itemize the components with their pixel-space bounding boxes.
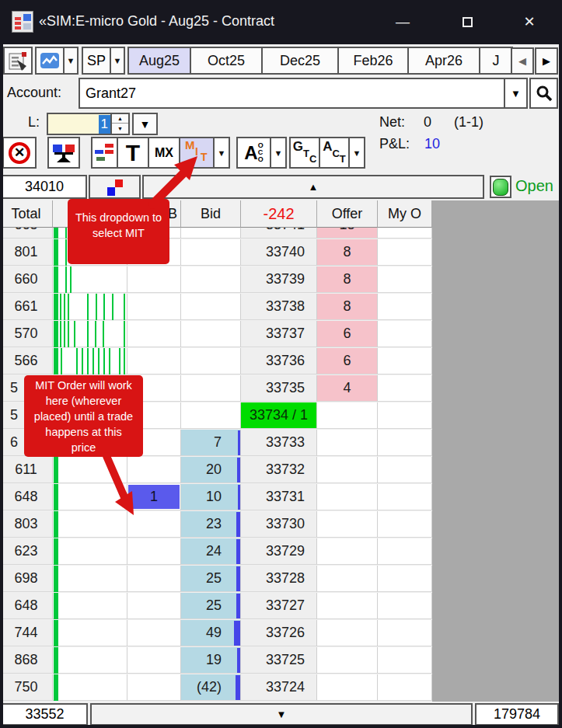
oco-order-button[interactable]: A OCO	[236, 137, 271, 169]
my-bid-cell[interactable]	[127, 566, 181, 592]
bid-quantity-cell[interactable]: 23	[181, 511, 241, 538]
market-grid-button[interactable]	[47, 137, 80, 169]
spread-button[interactable]: SP	[82, 47, 111, 75]
offer-quantity-cell[interactable]	[317, 620, 378, 646]
chart-button[interactable]	[35, 47, 65, 75]
my-bid-cell[interactable]	[127, 620, 181, 646]
offer-quantity-cell[interactable]	[317, 402, 378, 429]
bid-quantity-cell[interactable]	[181, 375, 241, 402]
my-offer-cell[interactable]	[378, 375, 432, 402]
cancel-all-button[interactable]: ✕	[2, 137, 37, 169]
working-mit-order[interactable]: 1	[128, 485, 180, 509]
gtc-order-button[interactable]: GTC	[289, 137, 320, 169]
my-offer-cell[interactable]	[378, 538, 432, 565]
my-bid-cell[interactable]	[127, 511, 181, 538]
offer-quantity-cell[interactable]: 6	[317, 321, 378, 347]
my-bid-cell[interactable]	[127, 593, 181, 619]
account-search-button[interactable]	[529, 78, 558, 109]
bid-quantity-cell[interactable]	[181, 228, 241, 239]
scroll-down-strip[interactable]: ▼	[90, 703, 473, 726]
my-offer-cell[interactable]	[378, 239, 432, 266]
offer-quantity-cell[interactable]	[317, 538, 378, 565]
act-dropdown-button[interactable]: ▼	[348, 137, 365, 169]
offer-quantity-cell[interactable]: 8	[317, 239, 378, 266]
my-bid-cell[interactable]	[127, 674, 181, 701]
close-button[interactable]: ✕	[511, 8, 547, 36]
spinner-down-button[interactable]: ▼	[112, 124, 128, 133]
my-offer-cell[interactable]	[378, 674, 432, 701]
my-offer-cell[interactable]	[378, 457, 432, 483]
offer-quantity-cell[interactable]: 8	[317, 266, 378, 293]
mx-order-button[interactable]: MX	[148, 137, 180, 169]
my-offer-cell[interactable]	[378, 321, 432, 347]
tab-j[interactable]: J	[479, 47, 513, 75]
bid-quantity-cell[interactable]	[181, 321, 241, 347]
account-dropdown-button[interactable]: ▼	[504, 78, 528, 109]
offer-quantity-cell[interactable]	[317, 647, 378, 674]
offer-quantity-cell[interactable]	[317, 511, 378, 538]
tab-oct25[interactable]: Oct25	[190, 47, 263, 75]
offer-quantity-cell[interactable]	[317, 457, 378, 483]
depth-toggle-button[interactable]	[89, 175, 141, 199]
bid-quantity-cell[interactable]: 7	[181, 430, 241, 456]
my-offer-cell[interactable]	[378, 266, 432, 293]
my-offer-cell[interactable]	[378, 647, 432, 674]
my-offer-cell[interactable]	[378, 511, 432, 538]
offer-quantity-cell[interactable]	[317, 674, 378, 701]
my-bid-cell[interactable]	[127, 457, 181, 483]
tab-dec25[interactable]: Dec25	[261, 47, 339, 75]
bid-quantity-cell[interactable]	[181, 266, 241, 293]
scroll-up-strip[interactable]: ▲	[142, 175, 484, 199]
bid-quantity-cell[interactable]: 24	[181, 538, 241, 565]
mit-dropdown-button[interactable]: ▼	[213, 137, 230, 169]
bid-quantity-cell[interactable]: (42)	[181, 674, 241, 701]
my-bid-cell[interactable]	[127, 266, 181, 293]
my-offer-cell[interactable]	[378, 566, 432, 592]
offer-quantity-cell[interactable]	[317, 484, 378, 510]
bid-quantity-cell[interactable]	[181, 348, 241, 374]
spread-dropdown-button[interactable]: ▼	[110, 47, 125, 75]
quantity-dropdown-button[interactable]: ▼	[132, 113, 158, 135]
my-offer-cell[interactable]	[378, 294, 432, 320]
my-offer-cell[interactable]	[378, 593, 432, 619]
offer-quantity-cell[interactable]	[317, 593, 378, 619]
spinner-up-button[interactable]: ▲	[112, 114, 128, 124]
my-bid-cell[interactable]: 1	[127, 484, 181, 510]
bid-quantity-cell[interactable]: 25	[181, 566, 241, 592]
minimize-button[interactable]: —	[385, 8, 421, 36]
bid-quantity-cell[interactable]: 20	[181, 457, 241, 483]
bid-quantity-cell[interactable]	[181, 239, 241, 266]
trailing-order-button[interactable]: T	[117, 137, 149, 169]
mit-order-button[interactable]: M I T	[179, 137, 215, 169]
chart-dropdown-button[interactable]: ▼	[63, 47, 79, 75]
my-bid-cell[interactable]	[127, 348, 181, 374]
act-order-button[interactable]: ACT	[319, 137, 350, 169]
tab-apr26[interactable]: Apr26	[407, 47, 480, 75]
my-offer-cell[interactable]	[378, 348, 432, 374]
order-bars-button[interactable]	[91, 137, 118, 169]
my-bid-cell[interactable]	[127, 321, 181, 347]
tabs-scroll-left-button[interactable]: ◀	[511, 47, 534, 75]
offer-quantity-cell[interactable]: 4	[317, 375, 378, 402]
offer-quantity-cell[interactable]: 18	[317, 228, 378, 239]
tab-aug25[interactable]: Aug25	[127, 47, 191, 75]
my-offer-cell[interactable]	[378, 228, 432, 239]
bid-quantity-cell[interactable]: 10	[181, 484, 241, 510]
tabs-scroll-right-button[interactable]: ▶	[535, 47, 558, 75]
account-input[interactable]: Grant27	[79, 78, 505, 109]
offer-quantity-cell[interactable]: 8	[317, 294, 378, 320]
properties-button[interactable]	[3, 47, 33, 75]
bid-quantity-cell[interactable]	[181, 402, 241, 429]
offer-quantity-cell[interactable]: 6	[317, 348, 378, 374]
my-bid-cell[interactable]	[127, 294, 181, 320]
maximize-button[interactable]	[449, 8, 485, 36]
tab-feb26[interactable]: Feb26	[337, 47, 409, 75]
my-offer-cell[interactable]	[378, 402, 432, 429]
bid-quantity-cell[interactable]: 19	[181, 647, 241, 674]
offer-quantity-cell[interactable]	[317, 566, 378, 592]
quantity-input[interactable]: 1	[47, 113, 112, 135]
bid-quantity-cell[interactable]: 25	[181, 593, 241, 619]
offer-quantity-cell[interactable]	[317, 430, 378, 456]
my-offer-cell[interactable]	[378, 484, 432, 510]
my-bid-cell[interactable]	[127, 647, 181, 674]
